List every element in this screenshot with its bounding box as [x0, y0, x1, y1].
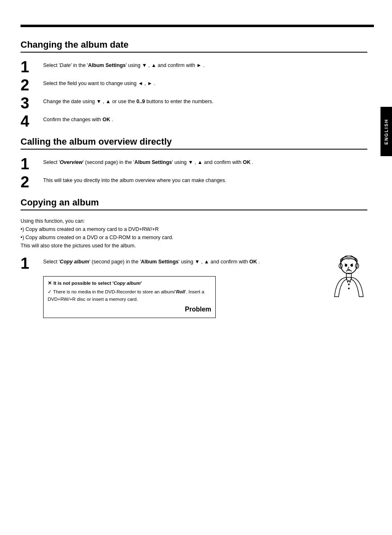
svg-point-4	[350, 264, 353, 267]
copy-intro-line4: This will also store the pictures used f…	[21, 242, 367, 250]
svg-point-3	[345, 264, 347, 267]
section-copying-album: Copying an album Using this function, yo…	[21, 197, 367, 318]
step-1-1-text: Select 'Date' in the 'Album Settings' us…	[43, 59, 367, 69]
step-2-2: 2 This will take you directly into the a…	[21, 174, 367, 190]
step-1-3-number: 3	[21, 95, 43, 111]
step-1-4-text: Confirm the changes with OK .	[43, 113, 367, 124]
copy-intro-line1: Using this function, you can:	[21, 217, 367, 225]
person-illustration	[328, 256, 367, 302]
side-tab-label: ENGLISH	[384, 119, 389, 145]
warning-box-wrapper: ✕ It is not possible to select 'Copy alb…	[43, 276, 322, 318]
warning-title: It is not possible to select 'Copy album…	[53, 280, 142, 287]
section2-divider	[21, 149, 367, 150]
section1-divider	[21, 52, 367, 53]
warning-x-icon: ✕	[48, 280, 52, 287]
step-1-4-number: 4	[21, 113, 43, 129]
section3-heading: Copying an album	[21, 197, 367, 208]
step-1-4: 4 Confirm the changes with OK .	[21, 113, 367, 129]
section-calling-album-overview: Calling the album overview directly 1 Se…	[21, 136, 367, 190]
step-2-1-text: Select 'Overview' (second page) in the '…	[43, 156, 367, 166]
section-changing-album-date: Changing the album date 1 Select 'Date' …	[21, 39, 367, 129]
step-1-3-text: Change the date using ▼ , ▲ or use the 0…	[43, 95, 367, 106]
page-container: ENGLISH Changing the album date 1 Select…	[0, 25, 392, 535]
svg-point-0	[341, 256, 357, 274]
svg-point-9	[348, 288, 350, 289]
warning-box: ✕ It is not possible to select 'Copy alb…	[43, 276, 216, 318]
section1-steps: 1 Select 'Date' in the 'Album Settings' …	[21, 59, 367, 129]
copy-intro-line2: •) Copy albums created on a memory card …	[21, 225, 367, 233]
step-3-1-number: 1	[21, 256, 43, 271]
step-1-1-number: 1	[21, 59, 43, 75]
copy-step-container: 1 Select 'Copy album' (second page) in t…	[21, 256, 367, 318]
step-2-2-text: This will take you directly into the alb…	[43, 174, 367, 184]
section2-steps: 1 Select 'Overview' (second page) in the…	[21, 156, 367, 190]
step-1-2-number: 2	[21, 77, 43, 93]
step-3-1-text: Select 'Copy album' (second page) in the…	[43, 256, 322, 266]
section3-divider	[21, 210, 367, 210]
side-tab: ENGLISH	[380, 107, 392, 156]
svg-point-8	[348, 284, 350, 285]
warning-footer: Problem	[48, 303, 211, 314]
step-3-1: 1 Select 'Copy album' (second page) in t…	[21, 256, 322, 271]
step-2-1-number: 1	[21, 156, 43, 172]
person-svg	[328, 256, 367, 301]
problem-label: Problem	[185, 304, 211, 314]
step-1-3: 3 Change the date using ▼ , ▲ or use the…	[21, 95, 367, 111]
step-2-1: 1 Select 'Overview' (second page) in the…	[21, 156, 367, 172]
step-2-2-number: 2	[21, 174, 43, 190]
copy-step-left-content: 1 Select 'Copy album' (second page) in t…	[21, 256, 322, 318]
step-1-2-text: Select the field you want to change usin…	[43, 77, 367, 88]
section1-heading: Changing the album date	[21, 39, 367, 50]
main-content: Changing the album date 1 Select 'Date' …	[0, 27, 392, 343]
step-1-1: 1 Select 'Date' in the 'Album Settings' …	[21, 59, 367, 75]
warning-body: ✓ There is no media in the DVD-Recorder …	[48, 288, 211, 303]
warning-box-header: ✕ It is not possible to select 'Copy alb…	[48, 280, 211, 287]
copy-intro: Using this function, you can: •) Copy al…	[21, 217, 367, 250]
step-1-2: 2 Select the field you want to change us…	[21, 77, 367, 93]
section2-heading: Calling the album overview directly	[21, 136, 367, 147]
copy-intro-line3: •) Copy albums created on a DVD or a CD-…	[21, 233, 367, 242]
